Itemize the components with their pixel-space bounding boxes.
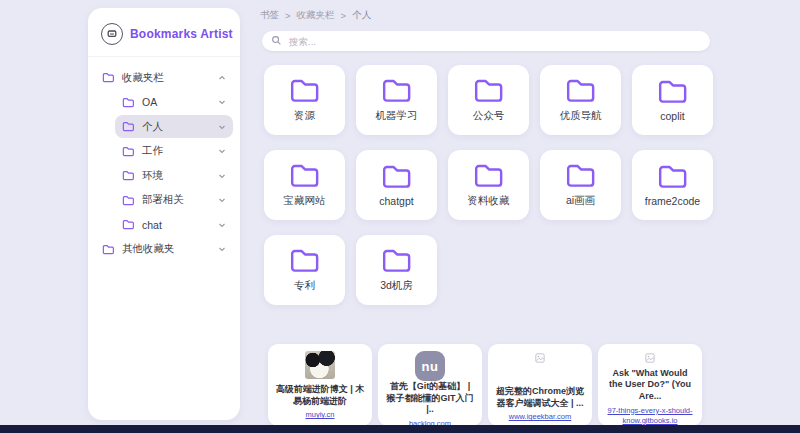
folder-icon (380, 77, 414, 104)
sidebar-item-label: OA (142, 96, 157, 108)
folder-icon (656, 163, 690, 190)
folder-label: coplit (660, 110, 685, 122)
bookmark-card-muyiy[interactable]: 高级前端进阶博文 | 木易杨前端进阶 muyiy.cn (268, 344, 372, 426)
bookmark-link[interactable]: muyiy.cn (297, 410, 342, 420)
folder-card-coplit[interactable]: coplit (632, 65, 713, 135)
main-content: 书签 > 收藏夹栏 > 个人 资源 机器学习 公众号 (256, 0, 800, 433)
sidebar: Bookmarks Artist 收藏夹栏 OA (88, 8, 240, 420)
sidebar-item-label: 收藏夹栏 (122, 71, 164, 85)
bookmark-link[interactable]: www.igeekbar.com (501, 412, 580, 422)
sidebar-item-chat[interactable]: chat (115, 213, 233, 236)
folder-card-patents[interactable]: 专利 (264, 235, 345, 305)
folder-card-machine-learning[interactable]: 机器学习 (356, 65, 437, 135)
bookmark-title: Ask "What Would the User Do?" (You Are..… (598, 368, 702, 403)
bookmark-thumbnail (305, 351, 335, 384)
folder-icon (656, 78, 690, 105)
folder-icon (564, 162, 598, 189)
breadcrumb: 书签 > 收藏夹栏 > 个人 (260, 9, 800, 22)
sidebar-item-personal[interactable]: 个人 (115, 115, 233, 138)
folder-icon (288, 77, 322, 104)
app-title: Bookmarks Artist (130, 27, 233, 41)
folder-icon (102, 72, 115, 83)
dog-photo-thumbnail (305, 351, 335, 379)
folder-card-frame2code[interactable]: frame2code (632, 150, 713, 220)
sidebar-item-oa[interactable]: OA (115, 91, 233, 114)
folder-label: 资源 (294, 109, 315, 123)
chevron-down-icon[interactable] (218, 96, 226, 108)
folder-label: 机器学习 (376, 109, 418, 123)
folder-icon (122, 146, 135, 157)
folder-icon (122, 97, 135, 108)
folder-card-3d-room[interactable]: 3d机房 (356, 235, 437, 305)
folder-label: 3d机房 (380, 279, 413, 293)
bookmark-card-backlog[interactable]: nu 首先【Git的基础】 | 猴子都能懂的GIT入门 |.. backlog.… (378, 344, 482, 426)
chevron-down-icon[interactable] (218, 219, 226, 231)
bookmark-row: 高级前端进阶博文 | 木易杨前端进阶 muyiy.cn nu 首先【Git的基础… (268, 344, 702, 426)
folder-label: ai画画 (566, 194, 595, 208)
folder-label: chatgpt (379, 195, 413, 207)
bookmark-link[interactable]: 97-things-every-x-should-know.gitbooks.i… (598, 406, 702, 426)
bottom-edge-bar (0, 425, 800, 433)
folder-card-official-accounts[interactable]: 公众号 (448, 65, 529, 135)
folder-icon (472, 162, 506, 189)
sidebar-item-deploy[interactable]: 部署相关 (115, 189, 233, 212)
sidebar-item-label: chat (142, 219, 162, 231)
folder-grid: 资源 机器学习 公众号 优质导航 coplit 宝藏网站 (264, 65, 713, 305)
folder-icon (122, 195, 135, 206)
folder-icon (564, 77, 598, 104)
folder-card-ai-painting[interactable]: ai画画 (540, 150, 621, 220)
breadcrumb-item-personal[interactable]: 个人 (352, 9, 371, 22)
folder-icon (380, 247, 414, 274)
chevron-down-icon[interactable] (218, 194, 226, 206)
bookmark-title: 首先【Git的基础】 | 猴子都能懂的GIT入门 |.. (378, 381, 482, 416)
bookmark-thumbnail (535, 351, 545, 386)
folder-label: 公众号 (473, 109, 505, 123)
bookmark-thumbnail (645, 351, 655, 368)
search-bar[interactable] (262, 31, 710, 51)
folder-card-quality-nav[interactable]: 优质导航 (540, 65, 621, 135)
breadcrumb-separator: > (285, 10, 291, 21)
folder-card-chatgpt[interactable]: chatgpt (356, 150, 437, 220)
bookmarks-artist-logo-icon (101, 23, 123, 45)
search-icon (271, 32, 282, 50)
sidebar-item-label: 工作 (142, 144, 163, 158)
chevron-down-icon[interactable] (218, 121, 226, 133)
broken-image-icon (535, 353, 545, 363)
logo[interactable]: Bookmarks Artist (88, 8, 240, 57)
sidebar-item-work[interactable]: 工作 (115, 140, 233, 163)
folder-icon (472, 77, 506, 104)
chevron-down-icon[interactable] (218, 170, 226, 182)
bookmark-title: 高级前端进阶博文 | 木易杨前端进阶 (268, 384, 372, 407)
folder-icon (122, 170, 135, 181)
folder-icon (102, 244, 115, 255)
folder-icon (380, 163, 414, 190)
bookmark-card-igeekbar[interactable]: 超完整的Chrome浏览器客户端调试大全 | ... www.igeekbar.… (488, 344, 592, 426)
app-window: Bookmarks Artist 收藏夹栏 OA (0, 0, 800, 433)
bookmark-card-97-things[interactable]: Ask "What Would the User Do?" (You Are..… (598, 344, 702, 426)
folder-card-materials[interactable]: 资料收藏 (448, 150, 529, 220)
breadcrumb-item-bookmarks[interactable]: 书签 (260, 9, 279, 22)
chevron-down-icon[interactable] (218, 243, 226, 255)
folder-icon (122, 121, 135, 132)
folder-icon (288, 162, 322, 189)
folder-card-treasure-sites[interactable]: 宝藏网站 (264, 150, 345, 220)
folder-icon (122, 219, 135, 230)
search-input[interactable] (287, 35, 701, 48)
sidebar-item-label: 个人 (142, 120, 163, 134)
sidebar-item-bookmarks-bar[interactable]: 收藏夹栏 (95, 66, 233, 89)
sidebar-item-other-bookmarks[interactable]: 其他收藏夹 (95, 238, 233, 261)
folder-card-resources[interactable]: 资源 (264, 65, 345, 135)
sidebar-item-label: 部署相关 (142, 193, 184, 207)
folder-label: 资料收藏 (468, 194, 510, 208)
chevron-down-icon[interactable] (218, 145, 226, 157)
sidebar-item-environment[interactable]: 环境 (115, 164, 233, 187)
sidebar-tree: 收藏夹栏 OA 个人 (88, 57, 240, 262)
chevron-up-icon[interactable] (218, 72, 226, 84)
broken-image-icon (645, 353, 655, 363)
breadcrumb-item-bookmarks-bar[interactable]: 收藏夹栏 (297, 9, 335, 22)
nulab-logo-icon: nu (415, 351, 445, 381)
sidebar-item-label: 环境 (142, 169, 163, 183)
folder-label: 专利 (294, 279, 315, 293)
folder-icon (288, 247, 322, 274)
bookmark-thumbnail: nu (415, 351, 445, 381)
